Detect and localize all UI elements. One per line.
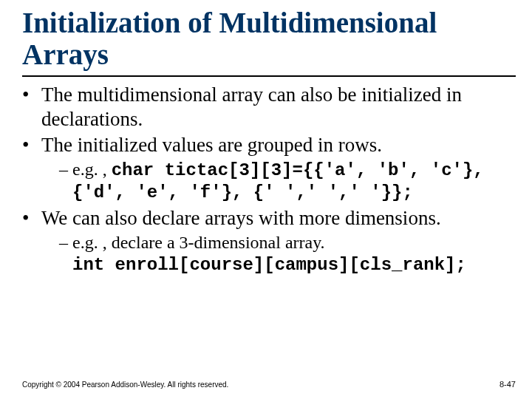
title-rule	[22, 75, 516, 77]
bullet-2-sub-code: char tictac[3][3]={{'a', 'b', 'c'}, {'d'…	[72, 160, 484, 202]
bullet-list: The multidimensional array can also be i…	[22, 83, 516, 276]
bullet-2-sub: e.g. , char tictac[3][3]={{'a', 'b', 'c'…	[59, 159, 516, 204]
footer-page-number: 8-47	[499, 380, 516, 389]
bullet-2-sublist: e.g. , char tictac[3][3]={{'a', 'b', 'c'…	[41, 159, 516, 204]
bullet-2: The initialized values are grouped in ro…	[22, 133, 516, 203]
bullet-2-text: The initialized values are grouped in ro…	[41, 134, 382, 156]
bullet-2-sub-prefix: e.g. ,	[72, 160, 112, 179]
slide-title: Initialization of Multidimensional Array…	[22, 7, 516, 71]
bullet-3: We can also declare arrays with more dim…	[22, 206, 516, 276]
bullet-3-sublist: e.g. , declare a 3-dimensional array. in…	[41, 232, 516, 276]
bullet-3-text: We can also declare arrays with more dim…	[41, 207, 441, 229]
bullet-1: The multidimensional array can also be i…	[22, 83, 516, 132]
bullet-3-sub-code: int enroll[course][campus][cls_rank];	[72, 255, 466, 275]
footer-copyright: Copyright © 2004 Pearson Addison-Wesley.…	[22, 381, 228, 389]
bullet-3-sub-line1: e.g. , declare a 3-dimensional array.	[72, 233, 325, 252]
bullet-3-sub: e.g. , declare a 3-dimensional array. in…	[59, 232, 516, 276]
slide: Initialization of Multidimensional Array…	[0, 0, 532, 399]
